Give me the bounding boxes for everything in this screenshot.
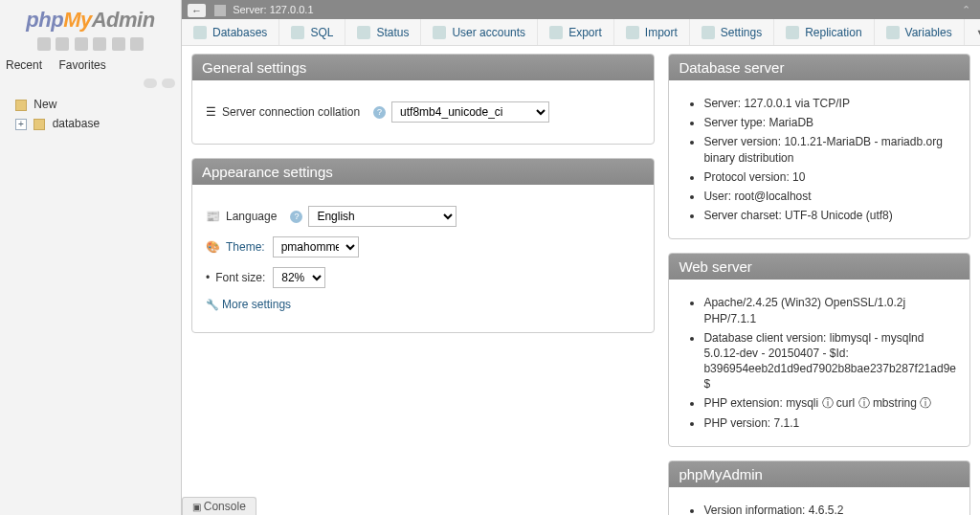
nav-status[interactable]: Status	[345, 19, 421, 45]
general-settings-title: General settings	[192, 55, 654, 80]
collation-label: Server connection collation	[222, 105, 360, 119]
nav-icon	[291, 26, 304, 39]
database-server-panel: Database server Server: 127.0.0.1 via TC…	[668, 54, 970, 239]
settings-icon[interactable]	[93, 37, 106, 51]
tab-favorites[interactable]: Favorites	[58, 58, 105, 72]
language-icon: 📰	[206, 210, 220, 223]
list-item: Server version: 10.1.21-MariaDB - mariad…	[703, 134, 956, 165]
new-db-icon	[15, 100, 27, 111]
nav-user-accounts[interactable]: User accounts	[421, 19, 538, 45]
nav-icon	[193, 26, 207, 39]
nav-tabs: Recent Favorites	[6, 58, 175, 72]
top-nav: DatabasesSQLStatusUser accountsExportImp…	[182, 19, 980, 46]
theme-select[interactable]: pmahomme	[273, 236, 359, 258]
pma-title: phpMyAdmin	[669, 461, 969, 487]
nav-icon	[626, 26, 639, 39]
tree-new-label: New	[33, 98, 56, 111]
db-icon	[33, 119, 45, 130]
fontsize-label: Font size:	[215, 271, 265, 284]
logout-icon[interactable]	[56, 37, 69, 51]
expand-icon[interactable]: +	[15, 119, 27, 130]
pma-list: Version information: 4.6.5.2	[682, 503, 956, 515]
nav-icon	[549, 26, 563, 39]
list-item: Protocol version: 10	[703, 169, 956, 185]
more-settings-link[interactable]: More settings	[206, 298, 291, 311]
nav-icon	[357, 26, 370, 39]
pma-logo: phpMyAdmin	[6, 8, 175, 33]
web-server-list: Apache/2.4.25 (Win32) OpenSSL/1.0.2j PHP…	[682, 295, 956, 431]
gear-icon[interactable]	[130, 37, 144, 51]
console-toggle[interactable]: Console	[182, 497, 256, 515]
collation-icon: ☰	[206, 105, 216, 119]
server-label: Server: 127.0.0.1	[233, 4, 313, 15]
nav-icon	[786, 26, 799, 39]
appearance-settings-panel: Appearance settings 📰 Language ? English…	[191, 158, 655, 333]
tree-database[interactable]: + database	[6, 114, 175, 133]
back-button[interactable]: ←	[188, 4, 206, 17]
web-server-title: Web server	[669, 254, 969, 280]
list-item: Server: 127.0.0.1 via TCP/IP	[703, 96, 956, 111]
theme-icon: 🎨	[206, 240, 220, 254]
help-icon[interactable]: ?	[290, 211, 302, 223]
fontsize-select[interactable]: 82%	[273, 267, 325, 288]
pma-panel: phpMyAdmin Version information: 4.6.5.2 …	[668, 460, 970, 515]
nav-variables[interactable]: Variables	[875, 19, 965, 45]
list-item: User: root@localhost	[703, 189, 956, 204]
home-icon[interactable]	[37, 37, 51, 51]
nav-settings[interactable]: Settings	[690, 19, 774, 45]
database-server-title: Database server	[669, 55, 969, 80]
tab-recent[interactable]: Recent	[6, 58, 42, 72]
list-item: Apache/2.4.25 (Win32) OpenSSL/1.0.2j PHP…	[703, 295, 956, 325]
nav-import[interactable]: Import	[614, 19, 690, 45]
collapse-all-icon[interactable]	[144, 78, 157, 88]
reload-icon[interactable]	[112, 37, 125, 51]
nav-icon	[433, 26, 446, 39]
nav-replication[interactable]: Replication	[774, 19, 874, 45]
nav-more[interactable]: More	[965, 19, 980, 45]
navigation-sidebar: phpMyAdmin Recent Favorites New + databa…	[0, 0, 182, 515]
bullet-icon: •	[206, 271, 210, 284]
tree-new[interactable]: New	[6, 95, 175, 114]
server-icon	[214, 5, 226, 16]
db-server-list: Server: 127.0.0.1 via TCP/IPServer type:…	[682, 96, 956, 223]
theme-label[interactable]: Theme:	[226, 240, 265, 254]
list-item: PHP extension: mysqli ⓘ curl ⓘ mbstring …	[703, 395, 956, 411]
language-select[interactable]: English	[308, 206, 457, 227]
nav-databases[interactable]: Databases	[182, 19, 279, 45]
db-tree: New + database	[6, 95, 175, 133]
tree-db-label: database	[53, 117, 100, 130]
server-bar: ← Server: 127.0.0.1 ⌃	[182, 0, 980, 19]
docs-icon[interactable]	[75, 37, 88, 51]
minimize-icon[interactable]: ⌃	[962, 0, 970, 19]
list-item: Database client version: libmysql - mysq…	[703, 330, 956, 392]
list-item: Server charset: UTF-8 Unicode (utf8)	[703, 208, 956, 223]
logo-quicklinks[interactable]	[6, 36, 175, 51]
list-item: Server type: MariaDB	[703, 115, 956, 130]
nav-export[interactable]: Export	[538, 19, 614, 45]
main-content: General settings ☰ Server connection col…	[182, 46, 980, 515]
nav-icon	[702, 26, 715, 39]
pma-version: Version information: 4.6.5.2	[703, 503, 956, 515]
collation-select[interactable]: utf8mb4_unicode_ci	[391, 101, 549, 123]
web-server-panel: Web server Apache/2.4.25 (Win32) OpenSSL…	[668, 253, 970, 447]
list-item: PHP version: 7.1.1	[703, 415, 956, 431]
unlink-icon[interactable]	[162, 78, 175, 88]
nav-icon	[886, 26, 900, 39]
general-settings-panel: General settings ☰ Server connection col…	[191, 54, 655, 145]
nav-sql[interactable]: SQL	[279, 19, 345, 45]
nav-collapse-row	[6, 76, 175, 89]
language-label: Language	[226, 210, 277, 223]
help-icon[interactable]: ?	[373, 106, 386, 119]
appearance-settings-title: Appearance settings	[192, 159, 654, 185]
